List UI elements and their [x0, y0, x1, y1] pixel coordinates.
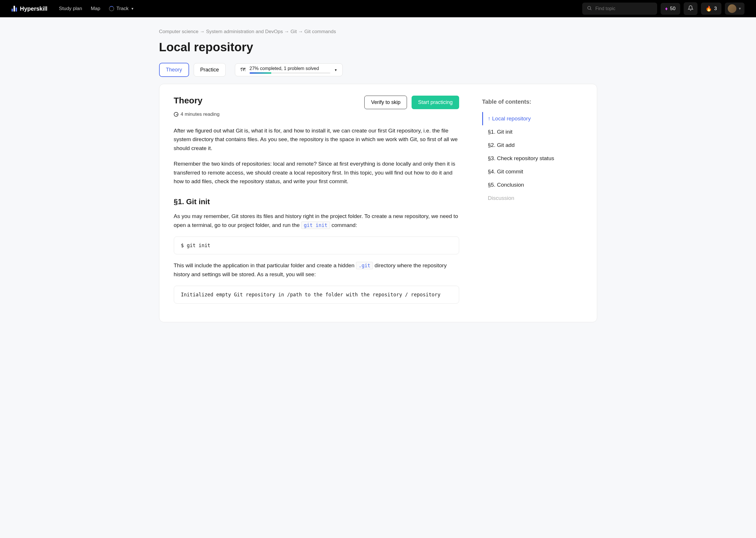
- progress-label: 27% completed, 1 problem solved: [250, 66, 330, 71]
- avatar-icon: [728, 4, 736, 13]
- reading-time: 4 minutes reading: [174, 111, 459, 117]
- tab-row: Theory Practice 🗺 27% completed, 1 probl…: [159, 63, 597, 77]
- breadcrumb: Computer science → System administration…: [159, 29, 597, 34]
- gem-icon: ♦: [665, 6, 668, 12]
- toc-item-5[interactable]: §5. Conclusion: [482, 178, 569, 191]
- breadcrumb-l3[interactable]: Git: [291, 29, 297, 34]
- chevron-down-icon: ▼: [334, 68, 337, 72]
- track-ring-icon: [109, 6, 114, 11]
- toc-item-3[interactable]: §3. Check repository status: [482, 152, 569, 165]
- breadcrumb-l1[interactable]: Computer science: [159, 29, 199, 34]
- top-header: Hyperskill Study plan Map Track ▼ ♦ 50 🔥…: [0, 0, 756, 17]
- tab-practice[interactable]: Practice: [194, 63, 226, 77]
- nav-map[interactable]: Map: [91, 6, 100, 12]
- section-git-init-title: §1. Git init: [174, 197, 459, 206]
- toc-item-2[interactable]: §2. Git add: [482, 138, 569, 152]
- streak-count: 3: [714, 6, 717, 12]
- start-practicing-button[interactable]: Start practicing: [412, 96, 459, 109]
- search-input[interactable]: [596, 6, 653, 11]
- svg-point-0: [588, 6, 591, 10]
- inline-code-git-init: git init: [301, 222, 330, 229]
- progress-chip[interactable]: 🗺 27% completed, 1 problem solved ▼: [235, 63, 343, 76]
- nav-track[interactable]: Track ▼: [109, 6, 134, 12]
- code-block-initialized: Initialized empty Git repository in /pat…: [174, 286, 459, 303]
- search-icon: [587, 6, 592, 12]
- streak-badge[interactable]: 🔥 3: [701, 3, 722, 15]
- code-block-git-init: $ git init: [174, 237, 459, 254]
- page-content: Computer science → System administration…: [145, 17, 611, 334]
- verify-skip-button[interactable]: Verify to skip: [364, 96, 407, 109]
- progress-bar: [250, 72, 330, 74]
- map-icon: 🗺: [240, 67, 246, 73]
- clock-icon: [174, 112, 178, 117]
- chevron-down-icon: ▼: [738, 7, 742, 11]
- intro-p1: After we figured out what Git is, what i…: [174, 127, 459, 153]
- chevron-down-icon: ▼: [131, 7, 134, 10]
- toc-item-1[interactable]: §1. Git init: [482, 125, 569, 138]
- user-menu[interactable]: ▼: [725, 3, 744, 15]
- gems-badge[interactable]: ♦ 50: [661, 3, 680, 15]
- inline-code-dot-git: .git: [356, 262, 373, 269]
- theory-heading: Theory: [174, 96, 203, 105]
- notifications-button[interactable]: [684, 2, 697, 15]
- main-column: Theory Verify to skip Start practicing 4…: [174, 96, 459, 310]
- toc-heading: Table of contents:: [482, 98, 569, 105]
- gems-count: 50: [670, 6, 675, 12]
- fire-icon: 🔥: [706, 6, 712, 12]
- git-init-p2: This will include the application in tha…: [174, 261, 459, 279]
- git-init-p1: As you may remember, Git stores its file…: [174, 212, 459, 230]
- tab-theory[interactable]: Theory: [159, 63, 189, 77]
- toc-discussion[interactable]: Discussion: [482, 191, 569, 205]
- breadcrumb-l2[interactable]: System administration and DevOps: [206, 29, 283, 34]
- toc-anchor-top[interactable]: ↑ Local repository: [482, 112, 569, 125]
- svg-line-1: [590, 9, 591, 10]
- toc-item-4[interactable]: §4. Git commit: [482, 165, 569, 178]
- search-box[interactable]: [582, 3, 657, 15]
- brand-name: Hyperskill: [20, 6, 47, 12]
- nav-study-plan[interactable]: Study plan: [59, 6, 82, 12]
- table-of-contents: Table of contents: ↑ Local repository §1…: [482, 96, 569, 310]
- breadcrumb-l4[interactable]: Git commands: [304, 29, 336, 34]
- main-nav: Study plan Map Track ▼: [59, 6, 134, 12]
- bell-icon: [688, 7, 693, 12]
- brand-logo[interactable]: Hyperskill: [12, 6, 47, 12]
- page-title: Local repository: [159, 40, 597, 54]
- intro-p2: Remember the two kinds of repositories: …: [174, 160, 459, 186]
- logo-icon: [12, 6, 17, 12]
- content-card: Theory Verify to skip Start practicing 4…: [159, 84, 597, 322]
- nav-track-label: Track: [116, 6, 129, 12]
